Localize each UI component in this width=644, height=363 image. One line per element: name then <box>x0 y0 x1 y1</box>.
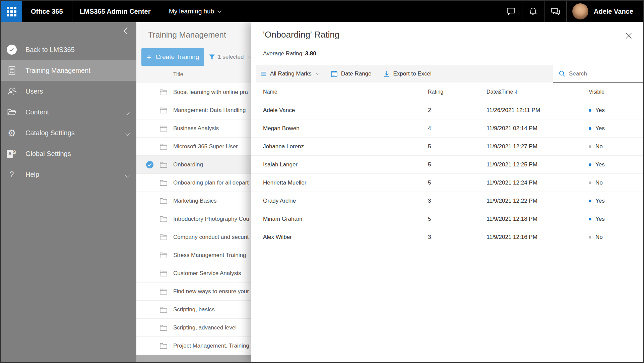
screen: Office 365 LMS365 Admin Center My learni… <box>0 0 644 363</box>
training-row[interactable]: Marketing Basics <box>136 192 251 210</box>
training-row[interactable]: Onboarding <box>136 156 251 174</box>
cell-rating: 5 <box>428 216 487 222</box>
chat-button[interactable] <box>500 1 522 22</box>
app-launcher-button[interactable] <box>1 1 22 22</box>
column-header-datetime[interactable]: Date&Time <box>487 89 589 95</box>
training-row[interactable]: Scripting, advanced level <box>136 319 251 337</box>
a-page-gear-icon: A⚙ <box>7 149 17 159</box>
my-learning-hub-dropdown[interactable]: My learning hub <box>169 1 221 22</box>
sidebar-collapse-button[interactable] <box>119 24 132 38</box>
avatar[interactable] <box>572 3 588 19</box>
chevron-down-icon <box>126 108 129 116</box>
all-rating-marks-label: All Rating Marks <box>270 70 312 77</box>
folder-icon <box>160 89 167 97</box>
search-input[interactable] <box>569 70 639 77</box>
training-row[interactable]: Scripting, basics <box>136 301 251 319</box>
chevron-down-icon <box>126 129 129 137</box>
all-rating-marks-dropdown[interactable]: All Rating Marks <box>260 70 319 77</box>
user-name[interactable]: Adele Vance <box>594 1 633 22</box>
rating-row[interactable]: Adele Vance 2 11/26/2021 12:11 PM Yes <box>251 101 643 119</box>
export-to-excel-button[interactable]: Export to Excel <box>384 70 432 77</box>
folder-icon <box>160 198 167 206</box>
column-header-rating[interactable]: Rating <box>428 89 487 95</box>
cell-visible: No <box>589 179 643 186</box>
visible-label: Yes <box>595 216 605 222</box>
training-row[interactable]: Onboarding plan for all depart <box>136 174 251 192</box>
search-icon <box>559 70 565 77</box>
training-row[interactable]: Company conduct and securit <box>136 228 251 246</box>
sidebar-item-back-to-lms365[interactable]: Back to LMS365 <box>1 39 136 60</box>
visible-label: No <box>595 179 603 186</box>
office-365-link[interactable]: Office 365 <box>31 1 63 22</box>
column-header-name[interactable]: Name <box>251 89 428 95</box>
rating-row[interactable]: Megan Bowen 4 11/9/2021 02:14 PM Yes <box>251 119 643 138</box>
folder-icon <box>160 234 167 242</box>
column-header-visible[interactable]: Visible <box>589 89 643 95</box>
visible-dot-icon <box>589 218 591 220</box>
training-title: Introductory Photography Cou <box>173 216 249 222</box>
sidebar-item-users[interactable]: Users <box>1 81 136 102</box>
funnel-icon <box>209 54 215 60</box>
sidebar-item-content[interactable]: Content <box>1 102 136 122</box>
waffle-icon <box>1 1 22 22</box>
sidebar-item-catalog-settings[interactable]: ⚙ Catalog Settings <box>1 122 136 143</box>
create-training-button[interactable]: Create Training <box>141 48 204 66</box>
sidebar-item-help[interactable]: ? Help <box>1 164 136 185</box>
lms365-admin-center-link[interactable]: LMS365 Admin Center <box>80 1 151 22</box>
horizontal-scrollbar[interactable] <box>136 355 251 362</box>
training-row[interactable]: Project Management. Training <box>136 337 251 355</box>
training-list: Boost learning with online pra Managemen… <box>136 83 251 355</box>
training-row[interactable]: Find new ways to ensure your <box>136 282 251 301</box>
chevron-left-icon <box>122 26 129 36</box>
sidebar-item-label: Global Settings <box>25 150 71 158</box>
training-row[interactable]: Customer Service Analysis <box>136 264 251 282</box>
rating-row[interactable]: Henrietta Mueller 5 11/9/2021 12:24 PM N… <box>251 174 643 192</box>
cell-rating: 5 <box>428 179 487 186</box>
date-range-button[interactable]: Date Range <box>331 70 372 77</box>
cell-rating: 4 <box>428 125 487 132</box>
folder-icon <box>160 325 167 332</box>
training-row[interactable]: Boost learning with online pra <box>136 83 251 101</box>
folder-icon <box>160 307 167 314</box>
feedback-button[interactable] <box>544 1 566 22</box>
training-title: Project Management. Training <box>173 343 249 349</box>
average-rating: Average Rating:3.80 <box>263 50 316 57</box>
column-header-title[interactable]: Title <box>173 71 183 77</box>
cell-name: Henrietta Mueller <box>251 179 428 186</box>
training-title: Customer Service Analysis <box>173 270 241 277</box>
sidebar-item-label: Users <box>25 88 43 95</box>
visible-dot-icon <box>589 145 591 148</box>
cell-rating: 5 <box>428 161 487 168</box>
visible-dot-icon <box>589 236 591 239</box>
folder-icon <box>160 343 167 351</box>
calendar-icon <box>331 70 337 77</box>
sidebar-item-training-management[interactable]: Training Management <box>1 60 136 81</box>
rating-row[interactable]: Alex Wilber 3 11/9/2021 12:16 PM No <box>251 228 643 246</box>
sidebar-item-label: Catalog Settings <box>25 129 75 137</box>
topbar-divider <box>566 1 567 22</box>
sidebar-item-global-settings[interactable]: A⚙ Global Settings <box>1 143 136 164</box>
rating-row[interactable]: Grady Archie 3 11/9/2021 12:22 PM Yes <box>251 192 643 210</box>
chevron-down-icon <box>126 171 129 178</box>
folder-icon <box>160 107 167 115</box>
notifications-button[interactable] <box>522 1 544 22</box>
training-row[interactable]: Management: Data Handling <box>136 101 251 119</box>
cell-visible: Yes <box>589 198 643 204</box>
rating-row[interactable]: Johanna Lorenz 5 11/9/2021 12:27 PM No <box>251 138 643 156</box>
training-row[interactable]: Introductory Photography Cou <box>136 210 251 228</box>
training-row[interactable]: Business Analysis <box>136 119 251 138</box>
create-training-label: Create Training <box>155 53 199 61</box>
visible-label: Yes <box>595 107 605 114</box>
average-rating-label: Average Rating: <box>263 50 304 57</box>
cell-visible: No <box>589 234 643 241</box>
training-title: Onboarding <box>173 161 203 168</box>
close-icon[interactable] <box>623 30 634 41</box>
rating-row[interactable]: Isaiah Langer 5 11/9/2021 12:25 PM Yes <box>251 156 643 174</box>
visible-dot-icon <box>589 182 591 184</box>
training-row[interactable]: Stress Management Training <box>136 246 251 264</box>
cell-name: Megan Bowen <box>251 125 428 132</box>
training-row[interactable]: Microsoft 365 Super User <box>136 138 251 156</box>
filter-selected-dropdown[interactable]: 1 selected <box>209 48 251 66</box>
rating-row[interactable]: Miriam Graham 5 11/9/2021 12:18 PM Yes <box>251 210 643 228</box>
training-title: Company conduct and securit <box>173 234 249 241</box>
